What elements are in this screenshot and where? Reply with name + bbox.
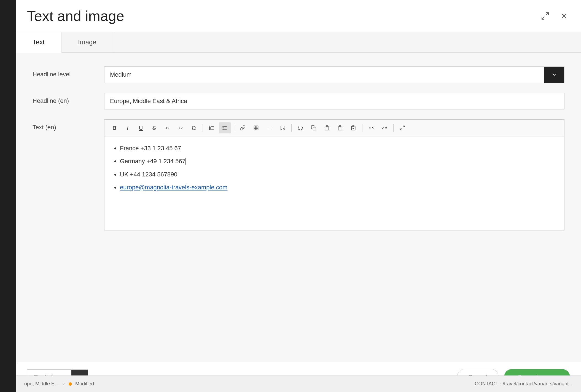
rich-text-editor: B I U S x2 x2 Ω 1 [104, 119, 564, 230]
svg-line-1 [542, 17, 544, 19]
strikethrough-button[interactable]: S [148, 122, 160, 133]
bold-button[interactable]: B [108, 122, 120, 133]
subscript-button[interactable]: x2 [161, 122, 173, 133]
svg-line-29 [403, 126, 405, 128]
unordered-list-button[interactable] [219, 122, 231, 133]
ordered-list-button[interactable]: 1 2 3 [206, 122, 218, 133]
status-bar: ope, Middle E... Modified CONTACT - /tra… [16, 375, 581, 392]
italic-button[interactable]: I [122, 122, 134, 133]
headline-level-label: Headline level [33, 66, 104, 78]
email-link[interactable]: europe@magnolia-travels-example.com [120, 184, 227, 191]
svg-line-30 [400, 128, 402, 130]
headline-en-label: Headline (en) [33, 93, 104, 104]
blockquote-button[interactable] [276, 122, 289, 133]
svg-rect-25 [326, 126, 328, 127]
headline-level-field: Headline level Medium [33, 66, 564, 83]
rte-toolbar: B I U S x2 x2 Ω 1 [104, 120, 564, 136]
headline-level-value: Medium [104, 67, 544, 83]
svg-rect-24 [313, 127, 316, 130]
headline-en-control [104, 93, 564, 109]
rte-content-area[interactable]: France +33 1 23 45 67 Germany +49 1 234 … [104, 136, 564, 230]
svg-point-22 [298, 129, 299, 130]
headline-level-control: Medium [104, 66, 564, 83]
modal-body: Headline level Medium Headline (en) [16, 53, 581, 362]
tabs-row: Text Image [16, 32, 581, 53]
insert-table-button[interactable] [250, 122, 262, 133]
toolbar-separator-4 [362, 124, 362, 132]
toolbar-separator-3 [291, 124, 292, 132]
underline-button[interactable]: U [135, 122, 147, 133]
text-en-label: Text (en) [33, 119, 104, 131]
superscript-button[interactable]: x2 [174, 122, 187, 133]
svg-point-15 [223, 129, 224, 130]
headline-en-field: Headline (en) [33, 93, 564, 109]
modal-title: Text and image [27, 8, 539, 24]
headline-level-select[interactable]: Medium [104, 66, 564, 83]
link-button[interactable] [237, 122, 249, 133]
status-page-label: ope, Middle E... [24, 381, 59, 387]
svg-point-13 [223, 126, 224, 127]
headline-level-dropdown-btn[interactable] [544, 67, 564, 83]
toolbar-separator-2 [234, 124, 234, 132]
paste-text-button[interactable] [334, 122, 346, 133]
text-en-field: Text (en) B I U S x2 x2 Ω [33, 119, 564, 230]
modal-header-icons [539, 10, 570, 22]
svg-rect-26 [339, 126, 341, 127]
toolbar-separator-1 [203, 124, 203, 132]
svg-point-14 [223, 128, 224, 128]
status-path: CONTACT - /travel/contact/variants/varia… [475, 381, 573, 387]
svg-text:3: 3 [209, 128, 211, 130]
status-modified-label: Modified [75, 381, 94, 387]
special-chars-button[interactable]: Ω [188, 122, 200, 133]
headline-en-input[interactable] [104, 93, 564, 109]
rte-list-item-4: europe@magnolia-travels-example.com [120, 182, 556, 192]
text-cursor [185, 158, 186, 165]
rte-list-item-3: UK +44 1234 567890 [120, 169, 556, 179]
hr-button[interactable] [263, 122, 275, 133]
status-left: ope, Middle E... Modified [24, 381, 94, 387]
tab-image[interactable]: Image [61, 32, 113, 52]
modal-dialog: Text and image Text Ima [16, 0, 581, 392]
modal-header: Text and image [16, 0, 581, 32]
svg-rect-16 [254, 126, 258, 130]
expand-icon[interactable] [539, 10, 551, 22]
paste-button[interactable] [321, 122, 333, 133]
status-chevron-icon [62, 382, 65, 386]
svg-line-0 [546, 13, 548, 15]
svg-rect-28 [353, 126, 354, 127]
status-modified-dot [69, 382, 72, 386]
svg-point-23 [301, 129, 302, 130]
toolbar-separator-5 [393, 124, 394, 132]
redo-button[interactable] [378, 122, 391, 133]
cut-button[interactable] [294, 122, 306, 133]
tab-text[interactable]: Text [16, 32, 61, 53]
copy-button[interactable] [308, 122, 320, 133]
undo-button[interactable] [365, 122, 377, 133]
text-en-control: B I U S x2 x2 Ω 1 [104, 119, 564, 230]
fullscreen-rte-button[interactable] [396, 122, 408, 133]
rte-list-item-2: Germany +49 1 234 567 [120, 156, 556, 166]
rte-list-item-1: France +33 1 23 45 67 [120, 143, 556, 153]
close-icon[interactable] [558, 10, 570, 22]
paste-from-word-button[interactable] [347, 122, 359, 133]
